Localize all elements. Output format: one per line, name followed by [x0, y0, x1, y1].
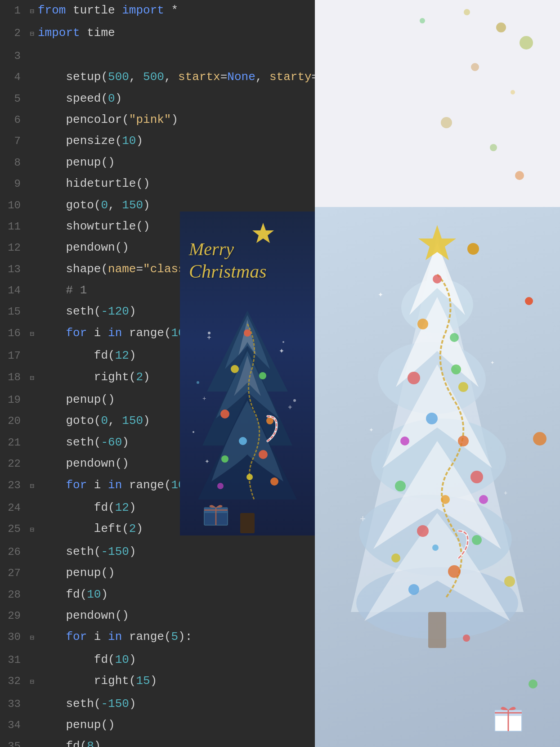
fold-icon[interactable]: ⊟ — [27, 520, 37, 541]
fold-icon[interactable]: ⊟ — [27, 24, 37, 45]
line-content: from turtle import * — [37, 0, 315, 21]
svg-point-10 — [450, 333, 459, 342]
line-content: for i in range(5): — [37, 626, 315, 648]
line-number: 3 — [0, 45, 27, 67]
right-bottom-area: ✦ ✦ ✦ + + — [315, 207, 560, 747]
rdot-1 — [467, 243, 479, 255]
code-line: 28 fd(10) — [0, 584, 315, 605]
svg-point-12 — [458, 382, 468, 392]
line-number: 13 — [0, 259, 27, 280]
dot-5 — [511, 90, 515, 94]
svg-point-18 — [441, 495, 450, 504]
dot-8 — [515, 171, 524, 180]
line-number: 16 — [0, 323, 27, 344]
light-tree-svg: ✦ ✦ ✦ + + — [315, 207, 560, 747]
fold-icon[interactable]: ⊟ — [27, 1, 37, 22]
line-number: 34 — [0, 715, 27, 736]
line-number: 27 — [0, 562, 27, 584]
line-content: pendown() — [37, 605, 315, 626]
line-number: 32 — [0, 670, 27, 692]
line-number: 15 — [0, 301, 27, 322]
dot-1 — [496, 22, 506, 32]
line-number: 9 — [0, 173, 27, 194]
svg-point-11 — [408, 372, 420, 384]
svg-point-16 — [470, 471, 483, 483]
code-line: 2⊟import time — [0, 22, 315, 45]
fold-icon[interactable]: ⊟ — [27, 476, 37, 497]
line-number: 30 — [0, 626, 27, 648]
line-content: pensize(10) — [37, 130, 315, 152]
rdot-6 — [432, 544, 439, 551]
right-panel: ✦ ✦ ✦ + + — [315, 0, 560, 747]
svg-text:✦: ✦ — [490, 359, 495, 367]
svg-point-55 — [282, 341, 284, 343]
fold-icon[interactable]: ⊟ — [27, 628, 37, 649]
line-number: 25 — [0, 518, 27, 540]
fold-icon[interactable]: ⊟ — [27, 324, 37, 345]
rdot-4 — [533, 432, 547, 446]
line-content: pencolor("pink") — [37, 109, 315, 130]
line-content: speed(0) — [37, 88, 315, 109]
line-number: 23 — [0, 475, 27, 496]
svg-point-58 — [193, 431, 194, 433]
line-number: 29 — [0, 605, 27, 626]
star-decoration — [250, 220, 277, 248]
svg-text:+: + — [207, 334, 211, 342]
rdot-9 — [529, 680, 538, 688]
svg-point-22 — [448, 565, 461, 578]
code-line: 1⊟from turtle import * — [0, 0, 315, 22]
svg-text:+: + — [360, 514, 366, 525]
svg-point-45 — [221, 455, 228, 463]
line-number: 7 — [0, 130, 27, 152]
svg-text:✦: ✦ — [369, 425, 374, 434]
svg-text:✦: ✦ — [378, 289, 383, 300]
dot-3 — [520, 36, 533, 50]
line-number: 10 — [0, 195, 27, 216]
fold-icon[interactable]: ⊟ — [27, 672, 37, 693]
line-number: 4 — [0, 67, 27, 88]
svg-point-46 — [246, 474, 253, 480]
code-line: 5 speed(0) — [0, 88, 315, 109]
code-line: 34 penup() — [0, 715, 315, 736]
line-number: 11 — [0, 216, 27, 237]
line-content: seth(-150) — [37, 693, 315, 715]
code-line: 7 pensize(10) — [0, 130, 315, 152]
line-content: hideturtle() — [37, 173, 315, 194]
line-content: penup() — [37, 152, 315, 173]
code-line: 3 — [0, 45, 315, 67]
svg-point-38 — [244, 329, 251, 337]
code-line: 32⊟ right(15) — [0, 670, 315, 693]
line-number: 8 — [0, 152, 27, 173]
rdot-3 — [451, 364, 461, 374]
line-number: 1 — [0, 0, 27, 21]
svg-point-17 — [395, 481, 406, 491]
svg-point-43 — [239, 437, 247, 445]
code-line: 29 pendown() — [0, 605, 315, 626]
line-number: 12 — [0, 237, 27, 258]
svg-point-56 — [197, 381, 199, 384]
line-content: penup() — [37, 562, 315, 584]
svg-point-9 — [417, 319, 428, 329]
christmas-label: Christmas — [189, 260, 267, 283]
code-line: 30⊟ for i in range(5): — [0, 626, 315, 649]
dot-2 — [464, 9, 470, 15]
line-number: 28 — [0, 584, 27, 605]
dot-9 — [420, 18, 425, 23]
svg-point-8 — [433, 274, 442, 284]
rdot-5 — [479, 495, 488, 504]
svg-point-21 — [391, 554, 400, 562]
dot-7 — [490, 144, 497, 151]
svg-point-14 — [458, 436, 469, 446]
line-number: 6 — [0, 109, 27, 130]
fold-icon[interactable]: ⊟ — [27, 368, 37, 389]
gift-box — [493, 702, 524, 734]
svg-point-41 — [220, 410, 229, 418]
line-content: seth(-150) — [37, 541, 315, 562]
line-content: setup(500, 500, startx=None, starty=None… — [37, 67, 354, 88]
svg-text:+: + — [202, 395, 206, 402]
svg-point-23 — [408, 584, 419, 595]
svg-rect-6 — [428, 612, 446, 648]
line-content: right(15) — [37, 670, 315, 692]
code-line: 8 penup() — [0, 152, 315, 173]
line-number: 17 — [0, 345, 27, 366]
